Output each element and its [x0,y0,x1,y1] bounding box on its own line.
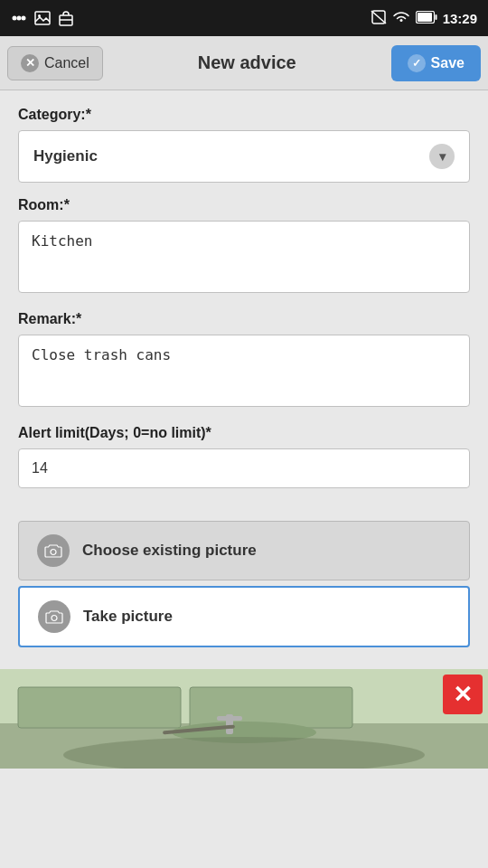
room-label: Room:* [18,197,470,213]
status-bar-right: 13:29 [371,10,477,27]
alert-input[interactable] [18,448,470,488]
dots-icon [11,10,27,26]
svg-rect-17 [190,687,352,728]
camera-icon [37,534,70,567]
svg-rect-11 [418,13,432,22]
take-picture-label: Take picture [83,608,173,626]
choose-picture-label: Choose existing picture [82,542,257,560]
svg-rect-16 [18,687,181,728]
delete-icon: ✕ [453,683,473,706]
time-display: 13:29 [443,11,477,26]
top-bar: ✕ Cancel New advice ✓ Save [0,36,488,90]
bag-icon [58,10,74,26]
remark-field: Remark:* [18,311,470,410]
category-value: Hygienic [33,147,98,165]
category-field: Category:* Hygienic ▾ [18,107,470,183]
svg-rect-10 [435,14,436,20]
check-icon: ✓ [408,54,426,72]
svg-point-0 [13,16,17,21]
remark-label: Remark:* [18,311,470,327]
close-icon: ✕ [21,54,39,72]
image-icon [34,10,51,26]
alert-field: Alert limit(Days; 0=no limit)* [18,425,470,488]
remark-input[interactable] [18,335,470,407]
no-sim-icon [371,10,387,27]
form-content: Category:* Hygienic ▾ Room:* Remark:* Al… [0,90,488,669]
svg-line-8 [371,11,386,24]
save-button[interactable]: ✓ Save [391,45,481,81]
svg-point-12 [51,550,56,555]
alert-label: Alert limit(Days; 0=no limit)* [18,425,470,441]
room-input[interactable] [18,221,470,293]
delete-image-button[interactable]: ✕ [443,675,483,714]
battery-icon [416,11,437,26]
svg-rect-3 [35,12,50,24]
category-dropdown[interactable]: Hygienic ▾ [18,130,470,183]
cancel-label: Cancel [44,55,89,71]
cancel-button[interactable]: ✕ Cancel [7,46,103,80]
room-field: Room:* [18,197,470,297]
category-label: Category:* [18,107,470,123]
svg-point-2 [22,16,26,21]
status-bar: 13:29 [0,0,488,36]
camera-icon-2 [38,600,70,633]
take-picture-button[interactable]: Take picture [18,586,470,647]
status-bar-left [11,10,74,26]
preview-image-svg [0,669,488,769]
svg-rect-20 [217,716,242,721]
wifi-icon [392,10,410,27]
image-preview: ✕ [0,669,488,769]
svg-point-1 [17,16,22,21]
choose-picture-button[interactable]: Choose existing picture [18,521,470,580]
save-label: Save [431,55,465,71]
page-title: New advice [198,52,296,73]
chevron-down-icon: ▾ [429,144,455,169]
svg-point-13 [52,616,57,621]
